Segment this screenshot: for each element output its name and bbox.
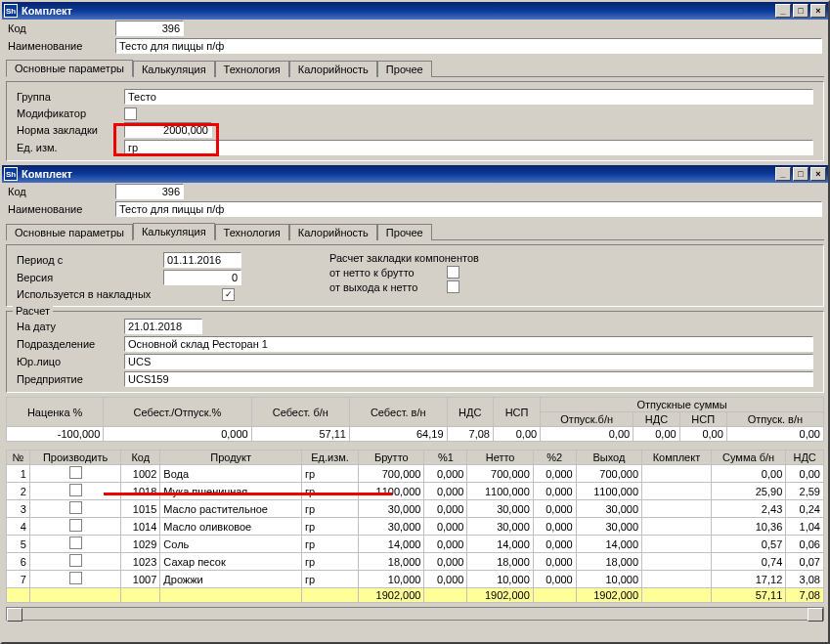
col-sell-vn[interactable]: Отпуск. в/н (726, 412, 823, 427)
code-label: Код (8, 21, 115, 35)
modifier-checkbox[interactable] (124, 107, 137, 120)
table-row[interactable]: 51029Сольгр14,0000,00014,0000,00014,0000… (7, 536, 824, 553)
ingredients-table[interactable]: №ПроизводитьКодПродуктЕд.изм.Брутто%1Нет… (6, 450, 824, 603)
produce-checkbox[interactable] (69, 501, 82, 514)
out-net-label: от выхода к нетто (329, 281, 447, 293)
legal-field[interactable]: UCS (124, 354, 813, 369)
used-label: Используется в накладных (17, 287, 163, 301)
col-header[interactable]: Выход (576, 451, 641, 465)
horizontal-scrollbar[interactable] (6, 607, 824, 621)
produce-checkbox[interactable] (69, 572, 82, 584)
produce-checkbox[interactable] (69, 466, 82, 479)
tab-other[interactable]: Прочее (377, 224, 432, 240)
col-nsp[interactable]: НСП (493, 398, 540, 427)
tab-calc[interactable]: Калькуляция (133, 223, 215, 240)
calc-header: Расчет закладки компонентов (329, 252, 479, 264)
col-markup[interactable]: Наценка % (7, 398, 104, 427)
col-sell-nsp[interactable]: НСП (679, 412, 726, 427)
code-field[interactable]: 396 (115, 21, 184, 36)
used-checkbox[interactable]: ✓ (222, 288, 235, 301)
period-label: Период с (17, 253, 163, 267)
tab-cal[interactable]: Калорийность (289, 224, 377, 240)
produce-checkbox[interactable] (69, 554, 82, 567)
col-header[interactable]: НДС (786, 451, 824, 465)
col-header[interactable]: Код (121, 451, 160, 465)
name-field[interactable]: Тесто для пиццы п/ф (115, 38, 822, 54)
summary-table: Наценка % Себест./Отпуск.% Себест. б/н С… (6, 397, 824, 442)
name-label: Наименование (8, 39, 115, 53)
produce-checkbox[interactable] (69, 537, 82, 549)
col-header[interactable]: %1 (424, 451, 467, 465)
col-sell-nds[interactable]: НДС (633, 412, 679, 427)
tab-tech[interactable]: Технология (215, 224, 289, 240)
col-header[interactable]: № (7, 451, 30, 465)
col-sell-bn[interactable]: Отпуск.б/н (541, 412, 633, 427)
net-brutto-checkbox[interactable] (447, 266, 459, 279)
totals-row: 1902,0001902,0001902,00057,117,08 (7, 588, 824, 603)
produce-checkbox[interactable] (69, 484, 82, 496)
tabs-2: Основные параметры Калькуляция Технологи… (6, 222, 824, 240)
maximize-icon[interactable]: □ (793, 4, 808, 18)
col-cost-vn[interactable]: Себест. в/н (349, 398, 447, 427)
unit-field[interactable]: гр (124, 140, 813, 155)
col-cost-sell[interactable]: Себест./Отпуск.% (104, 398, 251, 427)
table-row[interactable]: 71007Дрожжигр10,0000,00010,0000,00010,00… (7, 571, 824, 588)
group-field[interactable]: Тесто (124, 89, 813, 105)
col-header[interactable]: %2 (533, 451, 576, 465)
dept-field[interactable]: Основной склад Ресторан 1 (124, 336, 813, 352)
window-2: Sh Комплект _ □ × Код 396 Наименование Т… (2, 165, 828, 621)
version-field[interactable]: 0 (163, 270, 241, 285)
table-row[interactable]: 11002Водагр700,0000,000700,0000,000700,0… (7, 465, 824, 483)
window-1: Sh Комплект _ □ × Код 396 Наименование Т… (2, 2, 828, 161)
minimize-icon[interactable]: _ (775, 167, 791, 181)
col-nds[interactable]: НДС (447, 398, 493, 427)
name-field[interactable]: Тесто для пиццы п/ф (115, 201, 822, 217)
ent-field[interactable]: UCS159 (124, 371, 813, 387)
out-net-checkbox[interactable] (447, 280, 459, 293)
close-icon[interactable]: × (810, 167, 826, 181)
app-icon: Sh (4, 167, 18, 181)
table-row[interactable]: 41014Масло оливковоегр30,0000,00030,0000… (7, 518, 824, 536)
titlebar-1[interactable]: Sh Комплект _ □ × (2, 2, 828, 20)
date-label: На дату (17, 320, 124, 333)
name-label: Наименование (8, 202, 115, 216)
date-field[interactable]: 21.01.2018 (124, 319, 202, 334)
calc-group-caption: Расчет (13, 305, 53, 317)
table-row[interactable]: 61023Сахар песокгр18,0000,00018,0000,000… (7, 553, 824, 571)
col-header[interactable]: Сумма б/н (711, 451, 785, 465)
unit-label: Ед. изм. (17, 141, 124, 154)
produce-checkbox[interactable] (69, 519, 82, 532)
net-brutto-label: от нетто к брутто (329, 267, 447, 279)
ent-label: Предприятие (17, 372, 124, 386)
col-cost-bn[interactable]: Себест. б/н (251, 398, 349, 427)
col-header[interactable]: Ед.изм. (302, 451, 359, 465)
table-row[interactable]: 21018Мука пшеничнаягр1100,0000,0001100,0… (7, 483, 824, 500)
summary-row[interactable]: -100,000 0,000 57,11 64,19 7,08 0,00 0,0… (7, 427, 824, 442)
minimize-icon[interactable]: _ (775, 4, 791, 18)
tab-main-params[interactable]: Основные параметры (6, 224, 133, 240)
tab-calc[interactable]: Калькуляция (133, 61, 215, 77)
col-header[interactable]: Брутто (359, 451, 424, 465)
tab-tech[interactable]: Технология (215, 61, 289, 77)
title-1: Комплект (22, 5, 72, 17)
titlebar-2[interactable]: Sh Комплект _ □ × (2, 165, 828, 183)
app-icon: Sh (4, 4, 18, 18)
col-header[interactable]: Производить (29, 451, 120, 465)
code-field[interactable]: 396 (115, 184, 184, 199)
tab-main-params[interactable]: Основные параметры (6, 60, 133, 77)
tab-other[interactable]: Прочее (377, 61, 432, 77)
maximize-icon[interactable]: □ (793, 167, 808, 181)
legal-label: Юр.лицо (17, 355, 124, 368)
tab-cal[interactable]: Калорийность (289, 61, 377, 77)
col-header[interactable]: Продукт (160, 451, 302, 465)
norm-field[interactable]: 2000,000 (124, 122, 212, 138)
col-header[interactable]: Комплект (642, 451, 712, 465)
period-field[interactable]: 01.11.2016 (163, 252, 241, 268)
title-2: Комплект (22, 168, 72, 180)
close-icon[interactable]: × (810, 4, 826, 18)
table-row[interactable]: 31015Масло растительноегр30,0000,00030,0… (7, 500, 824, 518)
tabs-1: Основные параметры Калькуляция Технологи… (6, 59, 824, 77)
col-header[interactable]: Нетто (467, 451, 533, 465)
version-label: Версия (17, 271, 163, 284)
code-label: Код (8, 185, 115, 198)
